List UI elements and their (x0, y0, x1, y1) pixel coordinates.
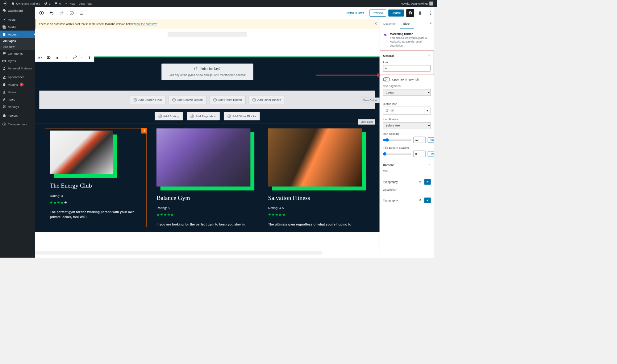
block-type-button[interactable]: ▾ (35, 53, 44, 62)
icon-position-label: Icon Position (383, 118, 431, 121)
sidebar-item-trainers[interactable]: Personal Trainers (0, 65, 35, 72)
info-button[interactable] (68, 9, 75, 17)
typography-reset-button[interactable]: ↺ (418, 179, 423, 184)
update-button[interactable]: Update (388, 9, 404, 16)
text-alignment-select[interactable]: Center (383, 89, 431, 96)
media-icon (2, 25, 6, 29)
settings-toggle-button[interactable] (406, 9, 414, 17)
gym-title: Balance Gym (156, 194, 258, 201)
admin-sidebar: Dashboard Posts Media Pages All Pages Ad… (0, 7, 35, 258)
sidebar-item-gyms[interactable]: Gyms (0, 57, 35, 64)
title-spacing-reset-button[interactable]: Reset (428, 151, 434, 157)
sidebar-item-posts[interactable]: Posts (0, 16, 35, 23)
svg-rect-16 (80, 12, 83, 12)
notice-text: There is an autosave of this post that i… (39, 22, 134, 26)
preview-button[interactable]: Preview (369, 9, 386, 16)
wp-logo[interactable] (2, 0, 9, 7)
add-search-button-button[interactable]: Add Search Button (169, 96, 206, 104)
link-input[interactable] (383, 65, 431, 72)
typography-reset-button[interactable]: ↺ (418, 198, 423, 203)
plus-icon (172, 98, 176, 101)
general-section-toggle[interactable]: General⌃ (380, 52, 433, 61)
sidebar-item-media[interactable]: Media (0, 23, 35, 31)
updates-link[interactable]: 1 (42, 0, 52, 7)
title-spacing-slider[interactable] (383, 152, 411, 155)
content-section-toggle[interactable]: Content⌃ (380, 160, 434, 170)
horizontal-scrollbar[interactable] (35, 252, 322, 255)
add-other-blocks-button-2[interactable]: Add Other Blocks (224, 112, 260, 120)
icon-dropdown-button[interactable]: ▾ (424, 107, 431, 114)
sidebar-item-plugins[interactable]: Plugins1 (0, 81, 35, 88)
icon-spacing-reset-button[interactable]: Reset (428, 137, 434, 143)
sidebar-item-tools[interactable]: Tools (0, 96, 35, 103)
add-search-field-button[interactable]: Add Search Field (130, 96, 165, 104)
plugins-icon (2, 83, 6, 87)
tab-block[interactable]: Block (400, 19, 414, 29)
block-name: Marketing Button (390, 32, 431, 36)
gym-card-1[interactable]: The Energy Club Rating: 4 ★★★★★ The perf… (45, 128, 147, 227)
card-settings-button[interactable] (141, 128, 147, 134)
gym-rating-text: Rating: 4.5 (268, 206, 369, 210)
bold-button[interactable]: B (53, 53, 62, 62)
marketing-button-block[interactable]: Join today! Join any of the gyms below a… (161, 64, 253, 80)
tab-document[interactable]: Document (380, 19, 400, 29)
more-options-button[interactable] (426, 9, 434, 17)
account-link[interactable]: Howdy, b6yBVnMhkD (399, 0, 435, 7)
jetpack-button[interactable] (416, 9, 424, 17)
svg-rect-24 (48, 57, 49, 58)
new-link[interactable]: +New (63, 0, 77, 7)
switch-draft-button[interactable]: Switch to Draft (342, 9, 367, 16)
title-spacing-input[interactable] (413, 151, 426, 157)
inspector-close-button[interactable]: ✕ (430, 22, 432, 25)
sidebar-item-comments[interactable]: Comments (0, 50, 35, 57)
link-button[interactable] (71, 53, 79, 62)
sidebar-item-users[interactable]: Users (0, 88, 35, 96)
redo-button[interactable] (58, 9, 65, 17)
add-pagination-button[interactable]: Add Pagination (187, 112, 220, 120)
typography-label: Typography (383, 199, 398, 202)
block-more-button[interactable] (85, 53, 94, 62)
new-tab-toggle[interactable] (383, 78, 390, 82)
sidebar-item-appearance[interactable]: Appearance (0, 73, 35, 81)
icon-spacing-slider[interactable] (383, 138, 411, 142)
typography-edit-button[interactable] (424, 179, 431, 185)
sidebar-sub-all-pages[interactable]: All Pages (0, 38, 35, 44)
sidebar-collapse[interactable]: Collapse menu (0, 121, 35, 128)
more-format-button[interactable]: ▾ (79, 53, 85, 62)
view-output-button[interactable]: View Output (361, 97, 380, 103)
undo-button[interactable] (48, 9, 55, 17)
gyms-icon (2, 59, 6, 63)
notice-link[interactable]: View the autosave (134, 22, 157, 26)
sidebar-item-settings[interactable]: Settings (0, 103, 35, 110)
clear-icon-button[interactable]: ✕ (390, 109, 394, 113)
add-block-button[interactable] (38, 9, 45, 17)
update-icon (44, 2, 48, 6)
placeholder-block[interactable] (168, 32, 247, 36)
users-icon (2, 90, 6, 94)
icon-spacing-input[interactable] (413, 137, 426, 143)
view-page-link[interactable]: View Page (77, 0, 94, 7)
chevron-up-icon: ⌃ (428, 163, 431, 167)
sidebar-sub-add-new[interactable]: Add New (0, 44, 35, 50)
notice-dismiss-button[interactable]: ✕ (374, 21, 377, 26)
page-vertical-scrollbar[interactable] (434, 7, 437, 258)
plus-icon (190, 114, 194, 118)
add-sorting-button[interactable]: Add Sorting (155, 112, 183, 120)
icon-position-select[interactable]: Before Text (383, 122, 431, 129)
site-name-link[interactable]: Gyms and Trainers (9, 0, 42, 7)
add-reset-button-button[interactable]: Add Reset Button (210, 96, 246, 104)
svg-rect-17 (80, 13, 83, 13)
sidebar-item-dashboard[interactable]: Dashboard (0, 7, 35, 14)
sidebar-item-pages[interactable]: Pages (0, 31, 35, 38)
gym-card-3[interactable]: Salvation Fitness Rating: 4.5 ★★★★★★ The… (268, 128, 369, 227)
align-button[interactable]: ▾ (44, 53, 53, 62)
outline-button[interactable] (78, 9, 85, 17)
typography-edit-button[interactable] (424, 198, 431, 203)
gym-stars: ★★★★★ (50, 200, 142, 205)
add-other-blocks-button[interactable]: Add Other Blocks (249, 96, 285, 104)
italic-button[interactable]: I (62, 53, 70, 62)
gym-card-2[interactable]: Balance Gym Rating: 5 ★★★★★ If you are l… (156, 128, 258, 227)
comments-link[interactable]: 0 (52, 0, 62, 7)
button-icon-picker[interactable]: ✕ ▾ (383, 107, 431, 114)
sidebar-item-toolset[interactable]: Toolset (0, 112, 35, 119)
